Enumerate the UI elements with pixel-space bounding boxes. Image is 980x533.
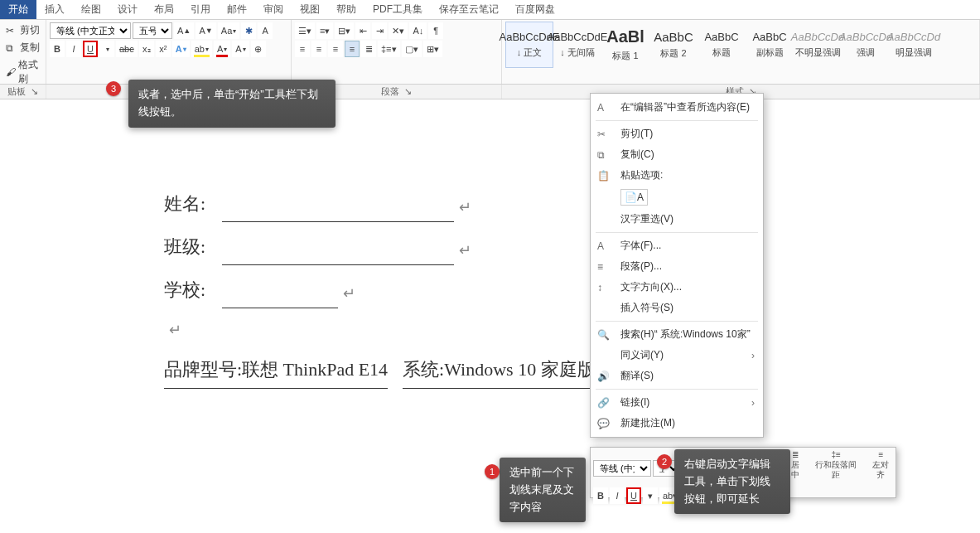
mini-underline[interactable]: U (626, 487, 641, 504)
asian-layout-button[interactable]: ✕▾ (389, 22, 408, 39)
grow-font-button[interactable]: A▲ (174, 22, 194, 39)
multilevel-button[interactable]: ⊟▾ (335, 22, 354, 39)
underline-button[interactable]: U (83, 41, 98, 57)
return-icon: ↵ (169, 315, 181, 345)
tab-帮助[interactable]: 帮助 (328, 0, 364, 19)
numbering-button[interactable]: ≡▾ (316, 22, 333, 39)
ctx-同义词(Y)[interactable]: 同义词(Y)› (591, 345, 763, 366)
mini-bold[interactable]: B (593, 487, 608, 504)
tab-保存至云笔记[interactable]: 保存至云笔记 (431, 0, 507, 19)
underline-dropdown[interactable]: ▾ (99, 41, 114, 57)
justify-button[interactable]: ≡ (345, 41, 360, 57)
style-明显强调[interactable]: AaBbCcDd明显强调 (890, 22, 938, 68)
system-text: 系统:Windows 10 家庭版 (403, 351, 596, 389)
mini-font-family[interactable]: 等线 (中文 (593, 460, 651, 477)
launcher-icon[interactable]: ↘ (404, 86, 412, 97)
decrease-indent-button[interactable]: ⇤ (355, 22, 370, 39)
font-size-select[interactable]: 五号 (133, 22, 172, 39)
callout-2: 右键启动文字编辑工具，单击下划线按钮，即可延长 (674, 449, 790, 514)
char-border-button[interactable]: A▾ (232, 41, 249, 57)
ctx-新建批注(M[interactable]: 💬新建批注(M) (591, 413, 763, 434)
return-icon: ↵ (459, 192, 471, 222)
char-shading-button[interactable]: A (258, 22, 273, 39)
tab-引用[interactable]: 引用 (182, 0, 219, 19)
mini-align-col[interactable]: ≡左对齐 (869, 450, 893, 486)
tab-绘图[interactable]: 绘图 (73, 0, 109, 19)
para-label: 段落 (381, 85, 399, 98)
tab-PDF工具集[interactable]: PDF工具集 (364, 0, 431, 19)
highlight-button[interactable]: ab▾ (191, 41, 212, 57)
return-icon: ↵ (343, 279, 355, 308)
line-spacing-button[interactable]: ‡≡▾ (378, 41, 400, 57)
ctx-段落(P).[interactable]: ≡段落(P)... (591, 256, 763, 277)
align-center-button[interactable]: ≡ (311, 41, 326, 57)
distribute-button[interactable]: ≣ (361, 41, 376, 57)
style-副标题[interactable]: AaBbC副标题 (746, 22, 794, 68)
style-↓ 正文[interactable]: AaBbCcDdE↓ 正文 (505, 22, 553, 68)
badge-2: 2 (657, 454, 672, 469)
style-gallery[interactable]: AaBbCcDdE↓ 正文AaBbCcDdE↓ 无间隔AaBl标题 1AaBbC… (505, 22, 976, 68)
bold-button[interactable]: B (50, 41, 65, 57)
ctx-链接(I)[interactable]: 🔗链接(I)› (591, 392, 763, 413)
tab-布局[interactable]: 布局 (146, 0, 182, 19)
bullets-button[interactable]: ☰▾ (295, 22, 315, 39)
tab-设计[interactable]: 设计 (109, 0, 146, 19)
tab-邮件[interactable]: 邮件 (219, 0, 255, 19)
tab-插入[interactable]: 插入 (36, 0, 73, 19)
mini-underline-drop[interactable]: ▾ (643, 487, 658, 504)
format-painter-button[interactable]: 🖌格式刷 (3, 56, 42, 88)
ctx-粘贴选项:[interactable]: 📋粘贴选项: (591, 165, 763, 186)
ctx-插入符号(S[interactable]: 插入符号(S) (591, 298, 763, 318)
style-标题[interactable]: AaBbC标题 (698, 22, 746, 68)
phonetic-button[interactable]: ✱ (241, 22, 256, 39)
style-标题 1[interactable]: AaBl标题 1 (601, 22, 649, 68)
field-school: 学校: (164, 272, 222, 308)
style-标题 2[interactable]: AaBbC标题 2 (649, 22, 698, 68)
sort-button[interactable]: A↓ (409, 22, 427, 39)
align-right-button[interactable]: ≡ (328, 41, 343, 57)
shading-button[interactable]: ▢▾ (402, 41, 422, 57)
scissors-icon: ✂ (6, 25, 17, 36)
return-icon: ↵ (459, 235, 471, 265)
field-class: 班级: (164, 229, 222, 265)
ctx-文字方向(X[interactable]: ↕文字方向(X)... (591, 277, 763, 298)
ctx-翻译(S)[interactable]: 🔊翻译(S) (591, 366, 763, 386)
font-family-select[interactable]: 等线 (中文正文 (50, 22, 131, 39)
ctx-复制(C)[interactable]: ⧉复制(C) (591, 144, 763, 165)
show-marks-button[interactable]: ¶ (428, 22, 443, 39)
callout-3: 或者，选中后，单击“开始”工具栏下划线按钮。 (128, 80, 336, 128)
tab-strip: 开始插入绘图设计布局引用邮件审阅视图帮助PDF工具集保存至云笔记百度网盘 (0, 0, 980, 20)
mini-linespacing-col[interactable]: ‡≡行和段落间距 (812, 450, 861, 486)
tab-百度网盘[interactable]: 百度网盘 (507, 0, 563, 19)
subscript-button[interactable]: x₂ (139, 41, 154, 57)
ctx-汉字重选(V[interactable]: 汉字重选(V) (591, 209, 763, 230)
italic-button[interactable]: I (66, 41, 81, 57)
align-left-button[interactable]: ≡ (295, 41, 310, 57)
tab-审阅[interactable]: 审阅 (255, 0, 292, 19)
mini-italic[interactable]: I (610, 487, 625, 504)
style-强调[interactable]: AaBbCcDd强调 (842, 22, 890, 68)
style-↓ 无间隔[interactable]: AaBbCcDdE↓ 无间隔 (553, 22, 601, 68)
ctx-字体(F).[interactable]: A字体(F)... (591, 235, 763, 256)
superscript-button[interactable]: x² (156, 41, 171, 57)
ctx-搜索(H)“[interactable]: 🔍搜索(H)“ 系统:Windows 10家” (591, 324, 763, 345)
ctx-剪切(T)[interactable]: ✂剪切(T) (591, 124, 763, 144)
style-不明显强调[interactable]: AaBbCcDd不明显强调 (794, 22, 842, 68)
paste-option-keep[interactable]: 📄A (591, 186, 763, 209)
increase-indent-button[interactable]: ⇥ (372, 22, 387, 39)
change-case-button[interactable]: Aa▾ (218, 22, 239, 39)
copy-icon: ⧉ (6, 42, 17, 54)
enclose-char-button[interactable]: ⊕ (251, 41, 266, 57)
borders-button[interactable]: ⊞▾ (423, 41, 442, 57)
shrink-font-button[interactable]: A▼ (196, 22, 215, 39)
strikethrough-button[interactable]: abc (116, 41, 138, 57)
cut-button[interactable]: ✂剪切 (3, 22, 42, 39)
callout-1: 选中前一个下划线末尾及文字内容 (500, 458, 586, 522)
tab-视图[interactable]: 视图 (292, 0, 328, 19)
font-color-button[interactable]: A▾ (214, 41, 230, 57)
tab-开始[interactable]: 开始 (0, 0, 36, 19)
copy-button[interactable]: ⧉复制 (3, 39, 42, 56)
text-effect-button[interactable]: A▾ (172, 41, 190, 57)
ribbon: ✂剪切 ⧉复制 🖌格式刷 等线 (中文正文 五号 A▲ A▼ Aa▾ ✱ A B… (0, 20, 980, 85)
ctx-在“编辑器”[interactable]: A在“编辑器”中查看所选内容(E) (591, 97, 763, 118)
